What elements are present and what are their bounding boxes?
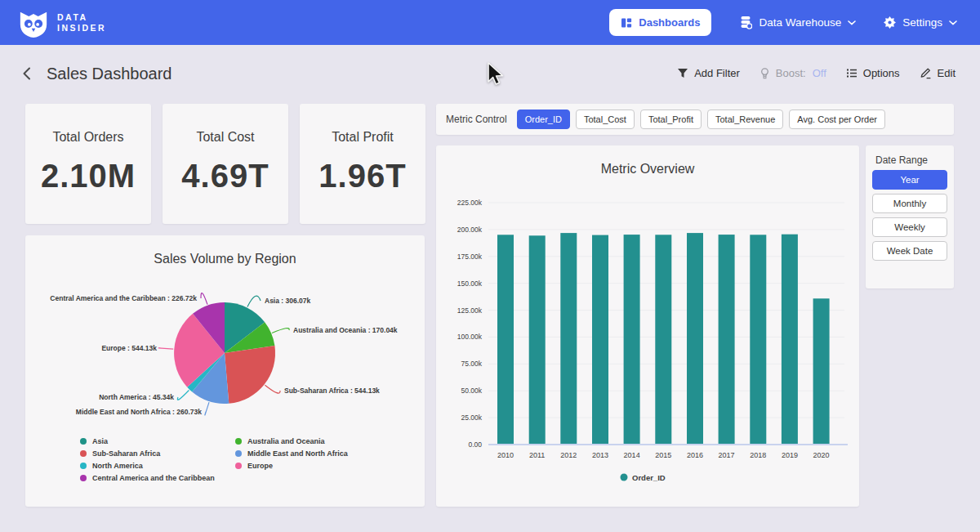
date-range-option-year[interactable]: Year — [872, 170, 947, 190]
x-axis-label-2010: 2010 — [497, 451, 514, 459]
legend-item-australia-and-oceania[interactable]: Australia and Oceania — [235, 435, 348, 447]
brand-name-line1: DATA — [57, 12, 106, 23]
legend-item-europe[interactable]: Europe — [235, 459, 348, 472]
navbar-menu: Dashboards Data Warehouse — [609, 9, 957, 36]
x-axis-label-2011: 2011 — [529, 451, 545, 459]
bar-chart: 0.0025.00k50.00k75.00k100.00k125.00k150.… — [436, 145, 859, 507]
x-axis-label-2018: 2018 — [750, 451, 766, 459]
bar-2011[interactable] — [529, 235, 546, 445]
bar-2012[interactable] — [560, 233, 577, 445]
metric-overview-card: Metric Overview 0.0025.00k50.00k75.00k10… — [436, 145, 859, 507]
date-range-option-week-date[interactable]: Week Date — [872, 241, 947, 261]
pie-callout-label-middle-east-and-north-africa: Middle East and North Africa : 260.73k — [76, 408, 202, 416]
legend-item-sub-saharan-africa[interactable]: Sub-Saharan Africa — [80, 447, 235, 459]
legend-dot — [235, 450, 242, 457]
legend-label: Asia — [92, 437, 108, 445]
pie-callout-label-sub-saharan-africa: Sub-Saharan Africa : 544.13k — [284, 387, 380, 395]
legend-item-central-america-and-the-caribbean[interactable]: Central America and the Caribbean — [80, 472, 235, 484]
sales-volume-card: Sales Volume by Region Asia : 306.07kAus… — [25, 235, 425, 507]
pie-callout-label-australia-and-oceania: Australia and Oceania : 170.04k — [293, 326, 398, 334]
bar-2010[interactable] — [497, 235, 514, 445]
legend-label: Australia and Oceania — [247, 437, 325, 445]
date-range-buttons: YearMonthlyWeeklyWeek Date — [866, 170, 954, 261]
legend-dot — [80, 475, 87, 481]
metric-option-avg-cost-per-order[interactable]: Avg. Cost per Order — [789, 110, 885, 129]
legend-item-north-america[interactable]: North America — [80, 459, 235, 472]
back-button[interactable] — [20, 65, 36, 84]
kpi-card-total-cost: Total Cost4.69T — [163, 104, 288, 224]
options-label: Options — [863, 67, 900, 79]
metric-option-order-id[interactable]: Order_ID — [517, 110, 570, 129]
app: DATA INSIDER Dashboards D — [0, 0, 980, 532]
y-axis-tick-label: 25.00k — [461, 414, 482, 422]
boost-toggle[interactable]: Boost:Off — [760, 67, 826, 79]
pie-slice-sub-saharan-africa[interactable] — [225, 346, 275, 404]
pie-callout-label-north-america: North America : 45.34k — [99, 393, 174, 401]
owl-logo-icon — [18, 7, 49, 38]
date-range-card: Date Range YearMonthlyWeeklyWeek Date — [866, 145, 954, 288]
pie-callout-label-central-america-and-the-caribbean: Central America and the Caribbean : 226.… — [50, 294, 197, 302]
bar-2015[interactable] — [655, 235, 671, 445]
edit-button[interactable]: Edit — [920, 67, 956, 79]
legend-label: Central America and the Caribbean — [92, 474, 215, 482]
kpi-value: 1.96T — [318, 158, 406, 194]
date-range-option-monthly[interactable]: Monthly — [872, 194, 947, 213]
legend-label: Sub-Saharan Africa — [92, 449, 160, 458]
kpi-card-total-orders: Total Orders2.10M — [25, 104, 151, 224]
bar-legend-label[interactable]: Order_ID — [632, 473, 666, 482]
dashboards-label: Dashboards — [639, 16, 700, 29]
metric-option-total-revenue[interactable]: Total_Revenue — [707, 110, 783, 129]
options-button[interactable]: Options — [846, 67, 900, 79]
bar-2019[interactable] — [782, 235, 798, 445]
chevron-down-icon — [848, 20, 856, 25]
pie-callout-line — [247, 296, 261, 306]
legend-item-asia[interactable]: Asia — [80, 435, 235, 447]
legend-dot — [235, 463, 242, 469]
metric-control-card: Metric Control Order_IDTotal_CostTotal_P… — [436, 104, 954, 135]
add-filter-button[interactable]: Add Filter — [677, 67, 740, 79]
header-actions: Add Filter Boost:Off Options Edit — [677, 67, 956, 79]
pie-callout-line — [177, 391, 189, 400]
legend-dot — [80, 438, 87, 445]
bar-2017[interactable] — [719, 235, 735, 445]
pie-callout-line — [272, 329, 289, 333]
brand-name-line2: INSIDER — [57, 23, 106, 34]
y-axis-tick-label: 75.00k — [461, 360, 482, 368]
legend-dot — [80, 450, 87, 457]
bar-legend-dot[interactable] — [621, 474, 628, 481]
y-axis-tick-label: 200.00k — [457, 226, 483, 234]
settings-menu[interactable]: Settings — [884, 16, 957, 29]
y-axis-tick-label: 225.00k — [457, 199, 483, 207]
x-axis-label-2015: 2015 — [655, 451, 671, 459]
kpi-value: 4.69T — [181, 158, 269, 194]
data-warehouse-menu[interactable]: Data Warehouse — [739, 16, 856, 29]
dashboard-grid-icon — [621, 17, 632, 29]
pie-callout-label-asia: Asia : 306.07k — [265, 297, 311, 305]
x-axis-label-2013: 2013 — [592, 451, 608, 459]
dashboards-button[interactable]: Dashboards — [609, 9, 711, 36]
boost-balloon-icon — [760, 68, 770, 79]
back-chevron-icon — [20, 65, 36, 82]
filter-funnel-icon — [677, 68, 688, 78]
legend-item-middle-east-and-north-africa[interactable]: Middle East and North Africa — [235, 447, 348, 459]
options-list-icon — [846, 68, 858, 78]
x-axis-label-2019: 2019 — [782, 451, 798, 459]
pie-legend: AsiaAustralia and OceaniaSub-Saharan Afr… — [80, 435, 348, 484]
kpi-row: Total Orders2.10MTotal Cost4.69TTotal Pr… — [25, 104, 425, 224]
kpi-label: Total Profit — [332, 130, 394, 145]
date-range-option-weekly[interactable]: Weekly — [872, 217, 947, 237]
edit-pencil-icon — [920, 67, 932, 79]
bar-2014[interactable] — [624, 235, 640, 445]
metric-option-total-cost[interactable]: Total_Cost — [576, 110, 635, 129]
bar-2020[interactable] — [813, 298, 830, 445]
chevron-down-icon — [949, 20, 957, 25]
pie-callout-label-europe: Europe : 544.13k — [101, 344, 157, 352]
legend-dot — [80, 463, 87, 469]
x-axis-label-2017: 2017 — [719, 451, 735, 459]
bar-2016[interactable] — [687, 233, 703, 445]
bar-2018[interactable] — [750, 235, 766, 445]
legend-label: North America — [92, 462, 143, 470]
bar-2013[interactable] — [592, 235, 608, 445]
date-range-label: Date Range — [875, 154, 954, 166]
metric-option-total-profit[interactable]: Total_Profit — [640, 110, 702, 129]
